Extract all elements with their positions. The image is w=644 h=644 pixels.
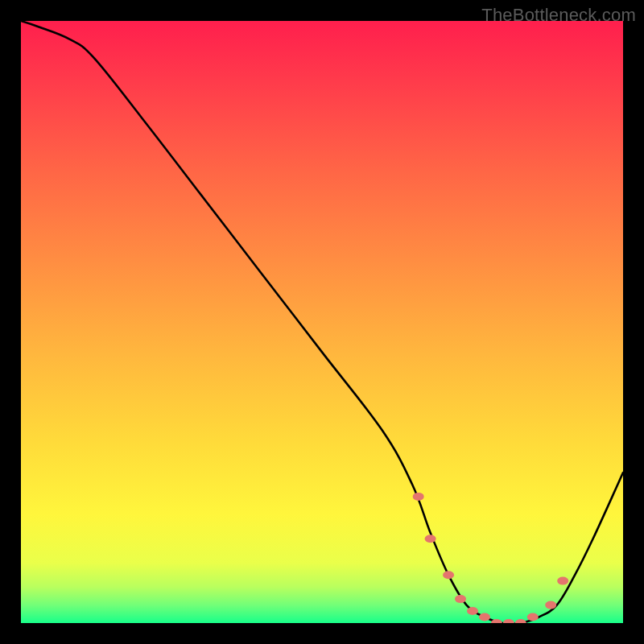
curve-marker <box>515 619 526 623</box>
curve-marker <box>557 577 568 585</box>
plot-area <box>21 21 623 623</box>
curve-marker <box>527 613 539 621</box>
watermark-text: TheBottleneck.com <box>481 5 636 26</box>
curve-marker <box>443 571 454 579</box>
curve-marker <box>467 607 478 615</box>
curve-marker <box>503 619 514 623</box>
curve-marker <box>545 601 556 609</box>
curve-layer <box>21 21 623 623</box>
bottleneck-curve <box>21 21 623 623</box>
marker-group <box>413 493 569 623</box>
chart-root: TheBottleneck.com <box>0 0 644 644</box>
curve-marker <box>413 493 424 501</box>
curve-marker <box>425 535 436 543</box>
curve-marker <box>479 613 490 621</box>
curve-marker <box>455 595 466 603</box>
